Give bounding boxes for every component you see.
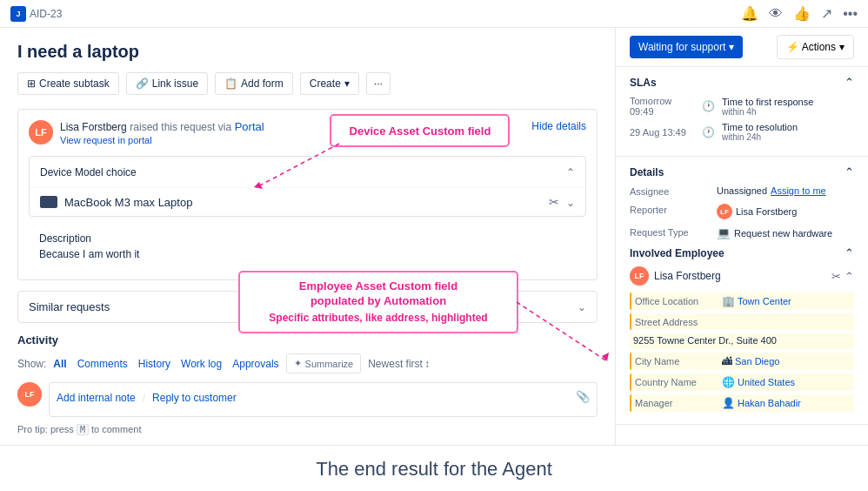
collapse-icon[interactable]	[566, 165, 575, 178]
comment-input-area: Add internal note / Reply to customer 📎	[49, 382, 598, 417]
attach-icon[interactable]: 📎	[576, 390, 590, 403]
assignee-value: Unassigned Assign to me	[717, 185, 854, 196]
city-link[interactable]: San Diego	[735, 356, 779, 367]
clock-icon-1: 🕐	[702, 100, 715, 112]
eye-icon[interactable]: 👁	[769, 6, 783, 22]
reply-to-customer-tab[interactable]: Reply to customer	[152, 390, 237, 406]
top-bar-left: J AID-23	[10, 6, 62, 22]
request-section: LF Lisa Forstberg raised this request vi…	[17, 109, 598, 280]
unlink-icon[interactable]: ✂	[549, 195, 559, 209]
involved-collapse-icon[interactable]: ⌃	[845, 246, 854, 259]
sort-button[interactable]: Newest first ↕	[368, 358, 430, 370]
add-form-button[interactable]: 📋 Add form	[215, 72, 293, 95]
reporter-avatar: LF	[717, 204, 732, 219]
left-panel: I need a laptop ⊞ Create subtask 🔗 Link …	[0, 28, 616, 445]
ticket-id: AID-23	[30, 8, 62, 20]
create-button[interactable]: Create ▾	[300, 72, 359, 95]
view-portal-link[interactable]: View request in portal	[60, 135, 264, 145]
filter-comments[interactable]: Comments	[74, 356, 131, 372]
summarize-button[interactable]: ✦ Summarize	[286, 353, 362, 373]
involved-header: Involved Employee ⌃	[630, 246, 854, 259]
request-type-value: 💻 Request new hardware	[717, 226, 854, 239]
device-model-value: MacBook M3 max Laptop	[64, 196, 192, 209]
clock-icon-2: 🕐	[702, 126, 715, 138]
city-row: City Name 🏙 San Diego	[630, 353, 854, 370]
form-icon: 📋	[224, 77, 237, 90]
link-issue-button[interactable]: 🔗 Link issue	[126, 72, 208, 95]
location-icon: 🏢	[722, 295, 735, 307]
sort-icon: ↕	[424, 358, 430, 370]
sla-row-1: Tomorrow 09:49 🕐 Time to first response …	[630, 96, 854, 117]
top-bar-right: 🔔 👁 👍 ↗ •••	[741, 5, 858, 22]
chevron-icon[interactable]	[566, 196, 575, 209]
street-address-row: Street Address	[630, 313, 854, 330]
slas-collapse-icon[interactable]: ⌃	[845, 76, 854, 89]
details-section: Details ⌃ Assignee Unassigned Assign to …	[616, 157, 868, 425]
similar-collapse-icon[interactable]	[578, 300, 586, 313]
sla1-time: Tomorrow 09:49	[630, 96, 695, 117]
chevron-down-icon: ▾	[344, 77, 350, 90]
more-icon[interactable]: •••	[843, 6, 858, 22]
filter-worklog[interactable]: Work log	[177, 356, 225, 372]
comment-tabs: Add internal note / Reply to customer	[57, 390, 590, 406]
subtask-icon: ⊞	[27, 77, 36, 90]
device-model-section: Device Model choice MacBook M3 max Lapto…	[29, 156, 586, 217]
request-type-label: Request Type	[630, 226, 717, 238]
comment-avatar: LF	[17, 382, 42, 407]
involved-actions: ✂ ⌃	[831, 270, 854, 283]
involved-person-row: LF Lisa Forstberg ✂ ⌃	[630, 266, 854, 286]
laptop-icon	[40, 196, 57, 208]
country-value: 🌐 United States	[722, 376, 851, 388]
field-header: Device Model choice	[30, 157, 585, 188]
request-type-row: Request Type 💻 Request new hardware	[630, 226, 854, 239]
similar-label: Similar requests	[29, 300, 110, 313]
involved-chevron-icon[interactable]: ⌃	[845, 270, 854, 283]
requester-name: Lisa Forstberg	[60, 121, 127, 133]
ticket-badge: J AID-23	[10, 6, 62, 22]
slas-header: SLAs ⌃	[630, 76, 854, 89]
sla1-label: Time to first response	[722, 97, 813, 107]
manager-row: Manager 👤 Hakan Bahadir	[630, 394, 854, 412]
filter-approvals[interactable]: Approvals	[229, 356, 282, 372]
thumbsup-icon[interactable]: 👍	[793, 5, 811, 22]
reporter-row: Reporter LF Lisa Forstberg	[630, 204, 854, 219]
device-item: MacBook M3 max Laptop	[40, 196, 192, 209]
office-location-label: Office Location	[635, 295, 722, 306]
filter-all[interactable]: All	[50, 356, 70, 372]
top-bar: J AID-23 🔔 👁 👍 ↗ •••	[0, 0, 868, 28]
add-internal-note-tab[interactable]: Add internal note	[57, 390, 136, 406]
assign-me-link[interactable]: Assign to me	[771, 185, 826, 196]
involved-avatar: LF	[630, 266, 649, 286]
bell-icon[interactable]: 🔔	[741, 5, 758, 22]
country-row: Country Name 🌐 United States	[630, 373, 854, 391]
office-location-link[interactable]: Town Center	[738, 296, 791, 306]
details-collapse-icon[interactable]: ⌃	[845, 165, 854, 178]
create-subtask-button[interactable]: ⊞ Create subtask	[17, 72, 119, 95]
details-title: Details	[630, 166, 664, 178]
similar-requests-section: Similar requests	[17, 291, 598, 323]
office-location-row: Office Location 🏢 Town Center	[630, 293, 854, 310]
portal-link[interactable]: Portal	[235, 120, 264, 133]
actions-button[interactable]: ⚡ Actions ▾	[777, 35, 854, 59]
pro-tip: Pro tip: press M to comment	[17, 424, 598, 434]
waiting-for-support-button[interactable]: Waiting for support ▾	[630, 36, 743, 58]
activity-section: Activity Show: All Comments History Work…	[17, 333, 598, 434]
share-icon[interactable]: ↗	[821, 5, 832, 22]
comment-area: LF Add internal note / Reply to customer…	[17, 382, 598, 417]
hide-details-button[interactable]: Hide details	[531, 120, 586, 132]
city-icon: 🏙	[722, 355, 732, 367]
right-panel: Waiting for support ▾ ⚡ Actions ▾ SLAs ⌃…	[616, 28, 868, 445]
slas-title: SLAs	[630, 77, 657, 89]
involved-name: LF Lisa Forstberg	[630, 266, 721, 286]
more-button[interactable]: ···	[366, 72, 391, 95]
manager-link[interactable]: Hakan Bahadir	[738, 398, 801, 408]
slas-section: SLAs ⌃ Tomorrow 09:49 🕐 Time to first re…	[616, 67, 868, 157]
assignee-row: Assignee Unassigned Assign to me	[630, 185, 854, 197]
unlink-involved-icon[interactable]: ✂	[831, 270, 841, 283]
device-model-label: Device Model choice	[40, 166, 137, 178]
details-header: Details ⌃	[630, 165, 854, 178]
filter-history[interactable]: History	[135, 356, 174, 372]
country-link[interactable]: United States	[738, 377, 795, 387]
hardware-icon: 💻	[717, 226, 731, 239]
manager-icon: 👤	[722, 397, 735, 409]
